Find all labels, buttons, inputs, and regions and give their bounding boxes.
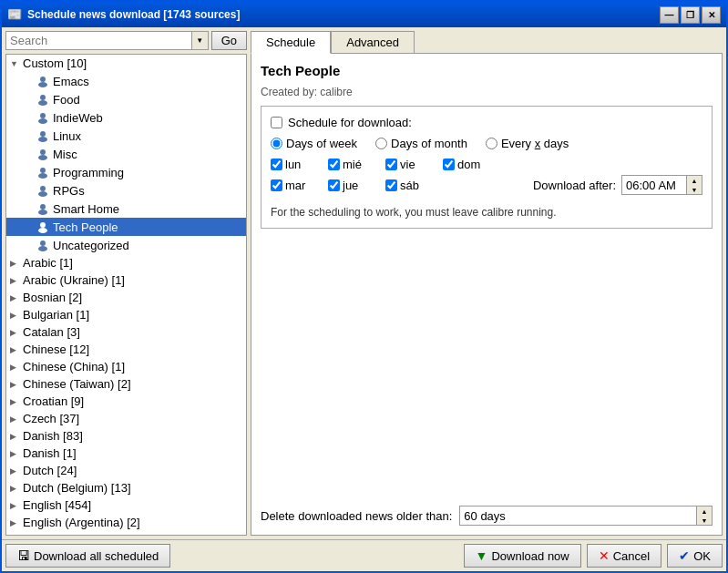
download-now-icon: ▼ [476,548,488,563]
tab-advanced[interactable]: Advanced [331,31,415,54]
day-vie-checkbox[interactable] [385,159,397,170]
list-item[interactable]: Uncategorized [6,236,246,254]
schedule-checkbox[interactable] [271,117,282,128]
list-item[interactable]: ▶ Bulgarian [1] [6,306,246,323]
time-input-wrapper: ▲ ▼ [621,175,702,195]
day-sab-checkbox[interactable] [385,179,397,191]
expand-icon: ▶ [10,449,23,458]
title-bar-left: 📰 Schedule news download [1743 sources] [7,7,240,22]
day-jue-checkbox[interactable] [328,179,340,191]
source-tree[interactable]: ▼ Custom [10] Emacs Food [5,54,247,536]
radio-days-of-week[interactable]: Days of week [271,137,357,150]
user-icon [36,201,50,216]
day-jue[interactable]: jue [328,179,378,192]
content-area: ▼ Go ▼ Custom [10] Emacs [2,27,726,539]
time-spin-down-button[interactable]: ▼ [687,185,702,194]
delete-spin-down-button[interactable]: ▼ [697,516,712,525]
day-jue-label: jue [343,179,358,192]
svg-point-5 [38,118,47,124]
search-dropdown-button[interactable]: ▼ [191,32,208,49]
day-mie-checkbox[interactable] [328,159,340,170]
collapse-icon: ▼ [10,59,23,68]
list-item[interactable]: RPGs [6,181,246,200]
radio-every-x-days-input[interactable] [486,138,497,149]
day-mar[interactable]: mar [271,179,321,192]
download-after-row: Download after: ▲ ▼ [533,175,702,195]
schedule-note: For the scheduling to work, you must lea… [271,206,702,219]
restore-button[interactable]: ❐ [681,6,700,24]
search-input[interactable] [6,32,191,49]
close-button[interactable]: ✕ [702,6,721,24]
radio-every-x-days[interactable]: Every x days [486,137,569,150]
list-item[interactable]: Food [6,90,246,108]
tree-item-label: Tech People [53,220,118,234]
list-item[interactable]: ▶ Bosnian [2] [6,289,246,306]
radio-days-of-month-input[interactable] [375,138,387,149]
go-button[interactable]: Go [211,31,247,50]
left-panel: ▼ Go ▼ Custom [10] Emacs [5,31,247,536]
list-item[interactable]: ▶ Dutch [24] [6,462,246,479]
svg-point-13 [38,191,47,197]
user-icon [36,147,50,161]
user-icon [36,220,50,234]
delete-spin-up-button[interactable]: ▲ [697,506,712,516]
cancel-label: Cancel [613,549,650,563]
day-lun[interactable]: lun [271,158,321,171]
list-item[interactable]: ▶ Catalan [3] [6,323,246,341]
days-grid: lun mié vie [271,158,702,195]
expand-icon: ▶ [10,432,23,441]
svg-point-2 [40,95,46,100]
tree-group-custom[interactable]: ▼ Custom [10] [6,55,246,72]
list-item[interactable]: Emacs [6,72,246,90]
list-item[interactable]: Linux [6,127,246,145]
time-spin-up-button[interactable]: ▲ [687,176,702,185]
expand-icon: ▶ [10,259,23,268]
list-item[interactable]: ▶ English [454] [6,496,246,514]
list-item[interactable]: ▶ English (Argentina) [2] [6,514,246,531]
radio-days-of-month[interactable]: Days of month [375,137,467,150]
day-vie[interactable]: vie [385,158,436,171]
list-item[interactable]: Programming [6,163,246,181]
expand-icon: ▶ [10,328,23,337]
day-sab[interactable]: sáb [385,179,436,192]
tab-schedule[interactable]: Schedule [251,31,331,54]
title-bar: 📰 Schedule news download [1743 sources] … [2,2,726,27]
search-bar: ▼ Go [5,31,247,50]
delete-older-than-input[interactable] [460,507,696,525]
list-item[interactable]: ▶ Chinese [12] [6,341,246,358]
day-mar-checkbox[interactable] [271,179,282,191]
list-item[interactable]: Smart Home [6,200,246,218]
radio-days-of-week-input[interactable] [271,138,282,149]
list-item[interactable]: ▶ Chinese (China) [1] [6,358,246,375]
day-mie[interactable]: mié [328,158,378,171]
day-lun-checkbox[interactable] [271,159,282,170]
list-item[interactable]: ▶ Arabic (Ukraine) [1] [6,271,246,289]
cancel-button[interactable]: ✕ Cancel [587,544,661,568]
svg-point-7 [38,137,47,142]
list-item[interactable]: ▶ Dutch (Belgium) [13] [6,479,246,496]
user-icon [36,238,50,252]
schedule-radio-group: Days of week Days of month Every x days [271,137,702,150]
user-icon [36,110,50,125]
ok-button[interactable]: ✔ OK [667,544,723,568]
bottom-right: ▼ Download now ✕ Cancel ✔ OK [464,544,723,568]
day-sab-label: sáb [400,179,419,192]
list-item[interactable]: ▶ Arabic [1] [6,254,246,271]
delete-select-wrapper: ▲ ▼ [459,506,713,526]
download-all-scheduled-button[interactable]: 🖫 Download all scheduled [5,544,170,568]
list-item[interactable]: IndieWeb [6,108,246,127]
list-item[interactable]: ▶ Croatian [9] [6,393,246,410]
expand-icon: ▶ [10,293,23,302]
list-item-selected[interactable]: Tech People [6,218,246,236]
minimize-button[interactable]: — [660,6,679,24]
list-item[interactable]: ▶ Danish [83] [6,427,246,445]
list-item[interactable]: ▶ Czech [37] [6,410,246,427]
download-after-time-input[interactable] [622,177,686,194]
download-now-button[interactable]: ▼ Download now [464,544,581,568]
day-dom[interactable]: dom [443,158,493,171]
list-item[interactable]: ▶ Danish [1] [6,445,246,462]
list-item[interactable]: ▶ Chinese (Taiwan) [2] [6,375,246,393]
expand-icon: ▶ [10,397,23,406]
list-item[interactable]: Misc [6,145,246,163]
day-dom-checkbox[interactable] [443,159,455,170]
